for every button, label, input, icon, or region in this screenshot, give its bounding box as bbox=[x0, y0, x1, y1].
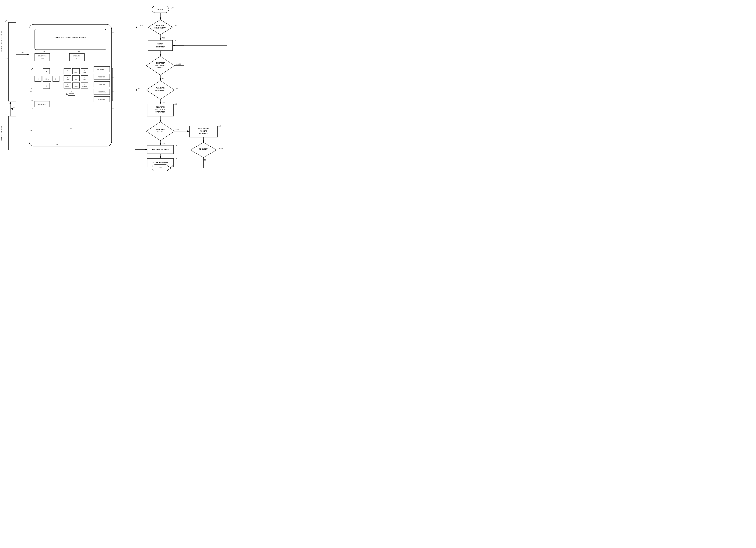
ref-22: 22 bbox=[30, 90, 32, 92]
ref-102: 102 bbox=[174, 25, 176, 27]
btn-start-yes-2: YES bbox=[41, 58, 44, 59]
fc-enter-identifier-2: IDENTIFIER bbox=[156, 46, 165, 48]
ref-17: 17 bbox=[5, 20, 7, 22]
fc-id-valid: IDENTIFIER bbox=[156, 128, 165, 130]
yes-label-5: YES bbox=[219, 148, 223, 150]
btn-menu[interactable]: MENU bbox=[45, 78, 49, 80]
key-5-sub: JKL bbox=[75, 79, 77, 80]
btn-vacuum[interactable]: VACUUM bbox=[98, 84, 105, 85]
btn-recover[interactable]: RECOVER bbox=[98, 76, 105, 78]
btn-right[interactable]: ► bbox=[55, 78, 57, 80]
microcontroller-label: MICROCONTROLLER/CPU bbox=[0, 31, 2, 52]
key-2-sub: ABC bbox=[74, 72, 78, 73]
btn-down[interactable]: ▼ bbox=[46, 85, 47, 87]
svg-rect-6 bbox=[8, 116, 16, 150]
fc-replace-component: REPLACE bbox=[156, 25, 164, 27]
main-diagram: 17 MICROCONTROLLER/CPU 17a 32 MEMORY STO… bbox=[0, 0, 236, 172]
key-5[interactable]: 5 bbox=[76, 77, 77, 78]
ref-122: 122 bbox=[171, 165, 173, 167]
key-9[interactable]: 9 bbox=[84, 84, 85, 86]
yes-label-3: YES bbox=[162, 101, 165, 103]
ref-15: 15 bbox=[5, 114, 7, 116]
key-0[interactable]: 0 bbox=[71, 91, 72, 93]
fc-reenter: RE-ENTER? bbox=[199, 148, 208, 150]
no-label-1: NO bbox=[140, 25, 143, 26]
btn-stop-no-2: NO bbox=[76, 58, 78, 59]
ref-28: 28 bbox=[43, 51, 45, 53]
key-0-sub: SPACE bbox=[69, 93, 74, 95]
fc-validate: VALIDATE bbox=[156, 87, 164, 89]
no-label-5: NO bbox=[203, 159, 206, 161]
key-1-sub: . bbox=[67, 72, 68, 73]
fc-validate-2: IDENTIFIER? bbox=[155, 89, 166, 91]
display-line1: ENTER THE 10 DIGIT SERIAL NUMBER bbox=[55, 36, 86, 38]
ref-108: 108 bbox=[176, 88, 178, 89]
key-2[interactable]: 2 bbox=[76, 70, 77, 71]
btn-up[interactable]: ▲ bbox=[46, 71, 47, 72]
fc-decline-2: ACCEPT bbox=[200, 130, 207, 132]
ref-21: 21 bbox=[70, 128, 72, 130]
key-6-sub: MNO bbox=[83, 79, 86, 80]
key-3-sub: DEF bbox=[83, 72, 86, 73]
ref-29: 29 bbox=[78, 51, 80, 53]
key-1[interactable]: 1 bbox=[67, 70, 68, 71]
fc-perform-3: OPERATION bbox=[155, 111, 165, 113]
key-4[interactable]: 4 bbox=[67, 77, 68, 78]
no-label-3: NO bbox=[138, 87, 140, 89]
svg-rect-9 bbox=[35, 29, 106, 50]
btn-start-yes[interactable]: START/ YES bbox=[38, 55, 47, 57]
yes-label-4: YES bbox=[162, 143, 165, 144]
ref-114: 114 bbox=[174, 144, 177, 146]
ref-110: 110 bbox=[174, 103, 177, 105]
no-label-4: NO bbox=[178, 129, 180, 131]
svg-rect-38 bbox=[148, 40, 173, 51]
key-3[interactable]: 3 bbox=[84, 70, 85, 71]
fc-decline: DECLINE TO bbox=[198, 128, 209, 130]
btn-charge[interactable]: CHARGE bbox=[98, 99, 105, 100]
key-8-sub: TUV bbox=[74, 86, 78, 88]
ref-118: 118 bbox=[218, 125, 221, 127]
fc-identifier-used: IDENTIFIER bbox=[156, 62, 165, 64]
btn-automatic[interactable]: AUTOMATIC bbox=[97, 69, 106, 70]
ref-26-right: 26 bbox=[112, 107, 113, 109]
svg-rect-11 bbox=[69, 53, 84, 61]
fc-accept: ACCEPT IDENTIFIER bbox=[152, 149, 169, 150]
ref-18: 18 bbox=[112, 31, 113, 33]
btn-database[interactable]: DATABASE bbox=[38, 104, 46, 105]
key-7[interactable]: 7 bbox=[67, 84, 68, 86]
fc-identifier-used-3: USED? bbox=[158, 67, 163, 68]
key-4-sub: GHI bbox=[66, 79, 69, 80]
ref-116: 116 bbox=[174, 158, 177, 159]
fc-perform-2: VALIDATION bbox=[155, 109, 165, 110]
ref-104: 104 bbox=[174, 40, 176, 42]
fc-perform: PERFORM bbox=[156, 106, 165, 108]
display-line2: - - - - - - - - - - - bbox=[65, 42, 76, 44]
ref-17a: 17a bbox=[5, 58, 8, 59]
key-6[interactable]: 6 bbox=[84, 77, 85, 78]
key-7-sub: PQRS bbox=[65, 86, 70, 88]
ref-24: 24 bbox=[30, 130, 32, 132]
fc-id-valid-2: VALID? bbox=[157, 131, 163, 133]
ref-32: 32 bbox=[14, 106, 15, 108]
svg-rect-10 bbox=[35, 53, 50, 61]
fc-end: END bbox=[158, 167, 162, 169]
fc-enter-identifier: ENTER bbox=[158, 43, 163, 45]
key-8[interactable]: 8 bbox=[76, 84, 77, 86]
fc-decline-3: IDENTIFIER bbox=[199, 132, 208, 134]
ref-30: 30 bbox=[22, 51, 23, 53]
ref-26-bottom: 26 bbox=[56, 144, 58, 146]
key-9-sub: WXYZ bbox=[82, 86, 87, 88]
no-label-2: NO bbox=[162, 77, 164, 79]
btn-inject-oil[interactable]: INJECT OIL bbox=[98, 91, 106, 93]
btn-left[interactable]: ◄ bbox=[37, 78, 39, 80]
fc-store: STORE IDENTIFIER bbox=[152, 162, 168, 164]
fc-identifier-used-2: PREVIOUSLY bbox=[155, 64, 166, 66]
btn-stop-no[interactable]: STOP/ NO bbox=[73, 55, 80, 57]
ref-100: 100 bbox=[171, 7, 173, 9]
svg-rect-1 bbox=[8, 23, 16, 101]
memory-label: MEMORY STORAGE bbox=[0, 125, 2, 141]
fc-replace-component-2: COMPONENT? bbox=[154, 27, 166, 29]
yes-label-1: YES bbox=[162, 37, 165, 39]
yes-label-2: YES bbox=[178, 63, 181, 65]
fc-start: START bbox=[158, 8, 163, 10]
